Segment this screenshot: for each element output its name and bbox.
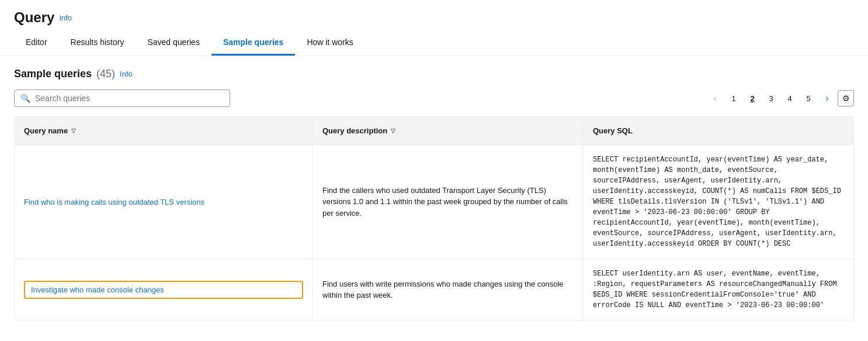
table-row: Investigate who made console changes Fin… [15,259,853,320]
search-box: 🔍 [14,89,230,107]
query-link-1[interactable]: Find who is making calls using outdated … [24,198,303,206]
queries-table: Query name ▽ Query description ▽ Query S… [14,116,854,321]
th-query-name: Query name ▽ [15,122,313,140]
page-4-button[interactable]: 4 [782,90,798,106]
cell-name-1: Find who is making calls using outdated … [15,145,313,259]
search-input[interactable] [35,94,224,103]
page-title: Query [14,9,54,26]
tab-how-it-works[interactable]: How it works [295,33,364,56]
cell-desc-2: Find users with write permissions who ma… [313,259,583,320]
table-settings-button[interactable]: ⚙ [838,90,854,106]
page-3-button[interactable]: 3 [763,90,779,106]
cell-sql-1: SELECT recipientAccountId, year(eventTim… [583,145,853,259]
page-5-button[interactable]: 5 [800,90,817,106]
tabs-row: Editor Results history Saved queries Sam… [14,33,854,56]
cell-name-2: Investigate who made console changes [15,259,313,320]
th-query-description: Query description ▽ [313,122,583,140]
tab-saved-queries[interactable]: Saved queries [136,33,211,56]
query-link-2[interactable]: Investigate who made console changes [24,281,303,299]
page-1-button[interactable]: 1 [725,90,742,106]
th-query-sql: Query SQL [583,122,853,140]
search-icon: 🔍 [20,94,30,103]
table-row: Find who is making calls using outdated … [15,145,853,259]
page-prev-button[interactable]: ‹ [707,90,723,106]
sort-icon-name: ▽ [71,128,76,134]
pagination: ‹ 1 2 3 4 5 › ⚙ [707,90,854,106]
cell-desc-1: Find the callers who used outdated Trans… [313,145,583,259]
tab-results-history[interactable]: Results history [59,33,136,56]
sort-icon-description: ▽ [391,128,395,134]
section-info-link[interactable]: Info [120,70,133,78]
section-count: (45) [96,68,115,80]
section-title: Sample queries [14,68,92,80]
table-header: Query name ▽ Query description ▽ Query S… [15,117,853,145]
page-next-button[interactable]: › [819,90,835,106]
tab-editor[interactable]: Editor [14,33,59,56]
page-info-link[interactable]: Info [59,13,72,22]
cell-sql-2: SELECT userIdentity.arn AS user, eventNa… [583,259,853,320]
page-2-button[interactable]: 2 [744,90,761,106]
tab-sample-queries[interactable]: Sample queries [211,33,296,56]
